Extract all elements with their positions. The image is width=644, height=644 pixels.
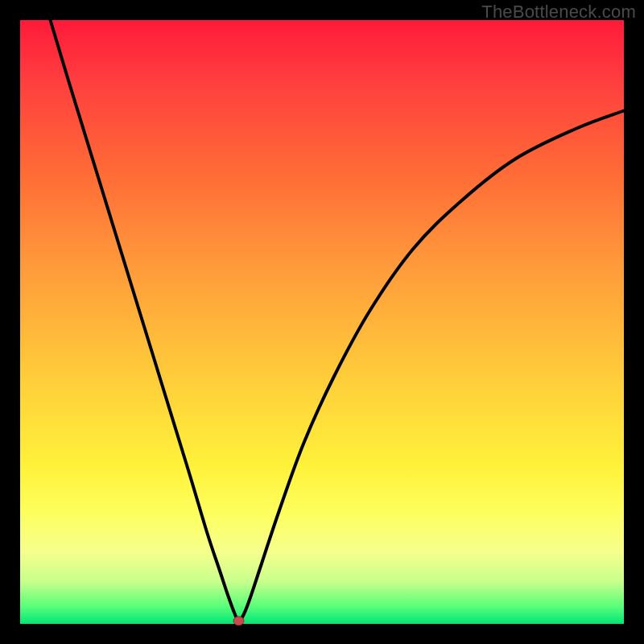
chart-frame: TheBottleneck.com bbox=[0, 0, 644, 644]
curve-svg bbox=[20, 20, 624, 624]
minimum-marker bbox=[233, 617, 244, 625]
plot-area bbox=[20, 20, 624, 624]
bottleneck-curve bbox=[51, 20, 625, 621]
